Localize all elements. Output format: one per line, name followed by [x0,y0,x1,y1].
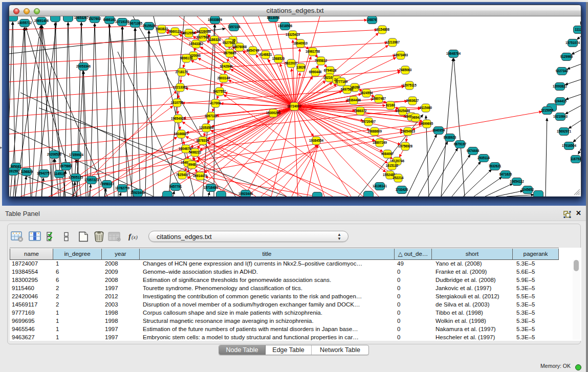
svg-text:5822037: 5822037 [285,61,298,65]
svg-text:17359924: 17359924 [69,153,84,157]
svg-text:9457791: 9457791 [169,185,182,188]
svg-text:16543382: 16543382 [189,42,204,46]
svg-text:10807487: 10807487 [372,97,386,100]
svg-text:9245652: 9245652 [521,188,534,191]
svg-text:6794028: 6794028 [324,69,337,72]
svg-text:16671385: 16671385 [128,21,143,25]
svg-text:417004: 417004 [210,101,221,105]
svg-text:9129966: 9129966 [560,55,573,58]
svg-text:8813054: 8813054 [267,16,280,19]
svg-text:9474444: 9474444 [467,149,480,152]
svg-text:7986372: 7986372 [354,109,367,113]
svg-text:3215955: 3215955 [541,108,554,112]
svg-text:9699695: 9699695 [421,122,433,125]
svg-text:8186328: 8186328 [208,38,221,41]
svg-text:7515528: 7515528 [143,24,156,28]
svg-text:9777169: 9777169 [335,80,348,83]
svg-text:16648784: 16648784 [446,52,461,55]
svg-text:1610755: 1610755 [171,101,184,104]
svg-text:8427552: 8427552 [213,90,226,93]
svg-text:17357223: 17357223 [84,178,99,182]
svg-text:10973493: 10973493 [394,53,408,57]
svg-text:16210643: 16210643 [553,115,568,118]
svg-text:19384554: 19384554 [309,139,324,142]
svg-text:9146821: 9146821 [259,53,272,56]
svg-text:10025438: 10025438 [396,109,410,113]
svg-text:1156829: 1156829 [20,170,33,173]
svg-text:18640910: 18640910 [293,41,308,45]
svg-text:19218506: 19218506 [278,24,293,28]
svg-text:9227342: 9227342 [556,69,569,73]
svg-text:20206526: 20206526 [47,152,62,156]
svg-text:20364436: 20364436 [346,98,361,102]
svg-text:20053346: 20053346 [76,64,91,68]
svg-text:16961758: 16961758 [306,50,320,53]
svg-text:15751074: 15751074 [565,41,580,45]
svg-text:8912954: 8912954 [183,31,195,35]
svg-text:9327506: 9327506 [197,35,209,39]
svg-text:6497568: 6497568 [341,87,354,91]
svg-text:20691406: 20691406 [34,19,49,23]
svg-text:9084067: 9084067 [381,152,394,156]
svg-text:19756928: 19756928 [398,144,413,148]
svg-text:12353594: 12353594 [199,126,214,129]
svg-text:16154808: 16154808 [375,28,390,31]
svg-text:16914479: 16914479 [193,174,208,178]
svg-text:10958107: 10958107 [100,182,115,186]
svg-text:1588520: 1588520 [272,57,285,60]
svg-text:7955812: 7955812 [315,59,328,62]
svg-text:19654923: 19654923 [401,129,416,133]
svg-text:1640954: 1640954 [432,128,445,132]
svg-text:16923446: 16923446 [238,192,253,195]
svg-text:6990448: 6990448 [309,70,322,74]
svg-text:62160: 62160 [386,103,395,107]
svg-text:(x): (x) [132,234,138,240]
svg-text:12213967: 12213967 [385,40,400,44]
svg-text:9463627: 9463627 [406,99,419,102]
svg-text:9948: 9948 [188,163,196,166]
svg-text:12942757: 12942757 [37,171,52,175]
svg-text:8471626: 8471626 [499,172,512,176]
svg-text:12505135: 12505135 [69,176,83,179]
svg-text:1527602: 1527602 [89,17,101,20]
svg-text:8454749: 8454749 [247,49,259,52]
svg-text:39159: 39159 [9,169,18,173]
svg-text:3267110: 3267110 [205,114,217,118]
svg-text:7625402: 7625402 [176,173,189,177]
svg-text:14055712: 14055712 [17,21,32,25]
svg-text:10654112: 10654112 [510,180,524,183]
svg-text:9694: 9694 [412,116,420,119]
svg-text:19654923: 19654923 [171,117,186,120]
svg-text:9242848: 9242848 [220,64,233,68]
svg-text:1615132: 1615132 [386,164,399,167]
svg-text:23226058: 23226058 [197,30,211,33]
svg-text:16033809: 16033809 [208,18,223,21]
svg-text:15692971: 15692971 [557,129,572,133]
svg-text:15716485: 15716485 [204,186,219,189]
svg-text:3875685: 3875685 [224,51,236,55]
svg-text:10688609: 10688609 [367,129,382,133]
svg-text:13325419: 13325419 [286,33,300,36]
svg-text:116753: 116753 [571,157,581,161]
svg-text:2935114: 2935114 [477,156,490,160]
svg-text:1112: 1112 [575,28,581,31]
svg-text:19166827: 19166827 [174,132,189,136]
svg-text:12213383: 12213383 [173,85,188,89]
svg-text:8878334: 8878334 [197,139,209,142]
svg-text:9327508: 9327508 [223,41,235,45]
svg-text:7485063: 7485063 [399,68,412,72]
svg-text:6466160: 6466160 [103,18,116,21]
svg-text:114519: 114519 [54,172,65,176]
svg-text:3624554: 3624554 [360,91,373,95]
svg-text:7663822: 7663822 [156,27,168,31]
svg-text:18300295: 18300295 [266,111,281,115]
svg-text:15720407: 15720407 [361,120,376,123]
svg-text:14136141: 14136141 [373,184,387,188]
svg-text:5498222: 5498222 [189,150,202,154]
svg-text:8660123: 8660123 [169,30,182,33]
svg-text:1244415: 1244415 [554,99,567,103]
svg-text:9896178: 9896178 [180,56,193,60]
svg-text:18807249: 18807249 [373,141,387,144]
svg-text:16782759: 16782759 [115,186,130,190]
svg-text:18724007: 18724007 [287,104,302,108]
